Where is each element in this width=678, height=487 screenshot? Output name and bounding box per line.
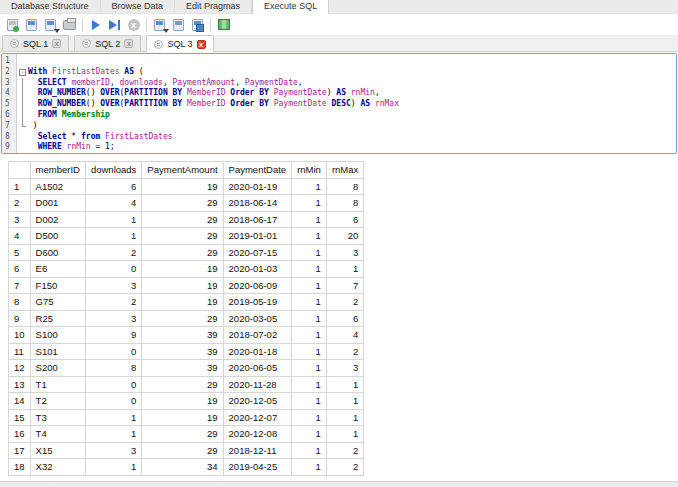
cell-memberid[interactable]: D001	[30, 195, 85, 212]
stop-icon[interactable]: x	[124, 16, 143, 33]
cell-paymentamount[interactable]: 29	[142, 426, 223, 443]
row-number[interactable]: 15	[9, 409, 31, 426]
cell-rnmin[interactable]: 1	[292, 294, 327, 311]
cell-memberid[interactable]: D002	[30, 211, 85, 228]
cell-paymentamount[interactable]: 29	[142, 442, 223, 459]
row-number[interactable]: 1	[9, 178, 31, 195]
cell-downloads[interactable]: 0	[85, 376, 141, 393]
column-header-memberid[interactable]: memberID	[30, 162, 85, 179]
execute-current-line-icon[interactable]	[105, 16, 124, 33]
cell-paymentamount[interactable]: 19	[142, 409, 223, 426]
cell-downloads[interactable]: 1	[85, 426, 141, 443]
cell-memberid[interactable]: D500	[30, 228, 85, 245]
cell-downloads[interactable]: 3	[85, 442, 141, 459]
sql-tab-sql-2[interactable]: SQL 2x	[74, 35, 141, 51]
new-sql-tab-icon[interactable]	[3, 16, 22, 33]
cell-paymentamount[interactable]: 19	[142, 178, 223, 195]
sql-tab-sql-1[interactable]: SQL 1x	[2, 35, 69, 51]
cell-paymentamount[interactable]: 29	[142, 310, 223, 327]
cell-memberid[interactable]: T1	[30, 376, 85, 393]
tab-browse-data[interactable]: Browse Data	[101, 0, 176, 14]
row-number[interactable]: 5	[9, 244, 31, 261]
save-sql-file-icon[interactable]	[41, 16, 60, 33]
save-results-icon[interactable]	[150, 16, 169, 33]
cell-downloads[interactable]: 0	[85, 261, 141, 278]
row-number[interactable]: 6	[9, 261, 31, 278]
cell-rnmin[interactable]: 1	[292, 442, 327, 459]
cell-rnmax[interactable]: 6	[326, 211, 363, 228]
bottom-panel-splitter[interactable]	[0, 481, 678, 487]
cell-paymentamount[interactable]: 39	[142, 343, 223, 360]
cell-memberid[interactable]: T4	[30, 426, 85, 443]
code-fold-column[interactable]: -	[17, 54, 28, 153]
row-number[interactable]: 8	[9, 294, 31, 311]
cell-downloads[interactable]: 2	[85, 244, 141, 261]
cell-rnmax[interactable]: 2	[326, 442, 363, 459]
cell-downloads[interactable]: 1	[85, 459, 141, 476]
cell-downloads[interactable]: 1	[85, 228, 141, 245]
row-number[interactable]: 4	[9, 228, 31, 245]
cell-paymentdate[interactable]: 2020-01-03	[223, 261, 292, 278]
sql-code[interactable]: With FirstLastDates AS ( SELECT memberID…	[28, 54, 399, 153]
cell-downloads[interactable]: 8	[85, 360, 141, 377]
cell-memberid[interactable]: G75	[30, 294, 85, 311]
row-number[interactable]: 18	[9, 459, 31, 476]
row-number[interactable]: 3	[9, 211, 31, 228]
tab-database-structure[interactable]: Database Structure	[0, 0, 101, 14]
cell-paymentdate[interactable]: 2020-07-15	[223, 244, 292, 261]
cell-paymentdate[interactable]: 2020-12-07	[223, 409, 292, 426]
cell-rnmin[interactable]: 1	[292, 277, 327, 294]
cell-paymentdate[interactable]: 2020-01-18	[223, 343, 292, 360]
cell-paymentamount[interactable]: 19	[142, 261, 223, 278]
cell-paymentdate[interactable]: 2020-11-28	[223, 376, 292, 393]
cell-paymentamount[interactable]: 29	[142, 376, 223, 393]
cell-paymentamount[interactable]: 19	[142, 277, 223, 294]
column-header-rnmax[interactable]: rnMax	[326, 162, 363, 179]
cell-rnmax[interactable]: 8	[326, 195, 363, 212]
cell-rnmin[interactable]: 1	[292, 459, 327, 476]
cell-paymentdate[interactable]: 2018-12-11	[223, 442, 292, 459]
row-number[interactable]: 14	[9, 393, 31, 410]
print-icon[interactable]	[60, 16, 79, 33]
cell-memberid[interactable]: F150	[30, 277, 85, 294]
cell-downloads[interactable]: 0	[85, 343, 141, 360]
row-number[interactable]: 10	[9, 327, 31, 344]
cell-rnmin[interactable]: 1	[292, 178, 327, 195]
cell-downloads[interactable]: 2	[85, 294, 141, 311]
cell-paymentdate[interactable]: 2020-12-05	[223, 393, 292, 410]
cell-paymentdate[interactable]: 2019-04-25	[223, 459, 292, 476]
sql-editor[interactable]: 123456789 - With FirstLastDates AS ( SEL…	[1, 53, 677, 154]
cell-paymentdate[interactable]: 2018-06-14	[223, 195, 292, 212]
close-icon[interactable]: x	[124, 39, 133, 48]
cell-rnmax[interactable]: 1	[326, 409, 363, 426]
cell-paymentamount[interactable]: 19	[142, 393, 223, 410]
cell-memberid[interactable]: D600	[30, 244, 85, 261]
row-number[interactable]: 9	[9, 310, 31, 327]
cell-downloads[interactable]: 0	[85, 393, 141, 410]
cell-paymentdate[interactable]: 2019-01-01	[223, 228, 292, 245]
cell-memberid[interactable]: S101	[30, 343, 85, 360]
row-number[interactable]: 16	[9, 426, 31, 443]
cell-paymentdate[interactable]: 2020-06-05	[223, 360, 292, 377]
column-header-downloads[interactable]: downloads	[85, 162, 141, 179]
cell-rnmin[interactable]: 1	[292, 211, 327, 228]
close-icon[interactable]: x	[197, 40, 206, 49]
tab-execute-sql[interactable]: Execute SQL	[252, 0, 329, 14]
cell-memberid[interactable]: E6	[30, 261, 85, 278]
export-results-icon[interactable]	[169, 16, 188, 33]
row-number[interactable]: 2	[9, 195, 31, 212]
cell-rnmax[interactable]: 8	[326, 178, 363, 195]
cell-rnmax[interactable]: 1	[326, 393, 363, 410]
cell-memberid[interactable]: S200	[30, 360, 85, 377]
cell-rnmin[interactable]: 1	[292, 261, 327, 278]
execute-all-icon[interactable]	[86, 16, 105, 33]
cell-rnmin[interactable]: 1	[292, 376, 327, 393]
cell-rnmin[interactable]: 1	[292, 228, 327, 245]
cell-downloads[interactable]: 1	[85, 211, 141, 228]
cell-memberid[interactable]: X32	[30, 459, 85, 476]
cell-rnmin[interactable]: 1	[292, 360, 327, 377]
cell-memberid[interactable]: T2	[30, 393, 85, 410]
cell-memberid[interactable]: A1502	[30, 178, 85, 195]
column-header-paymentamount[interactable]: PaymentAmount	[142, 162, 223, 179]
tab-edit-pragmas[interactable]: Edit Pragmas	[175, 0, 252, 14]
